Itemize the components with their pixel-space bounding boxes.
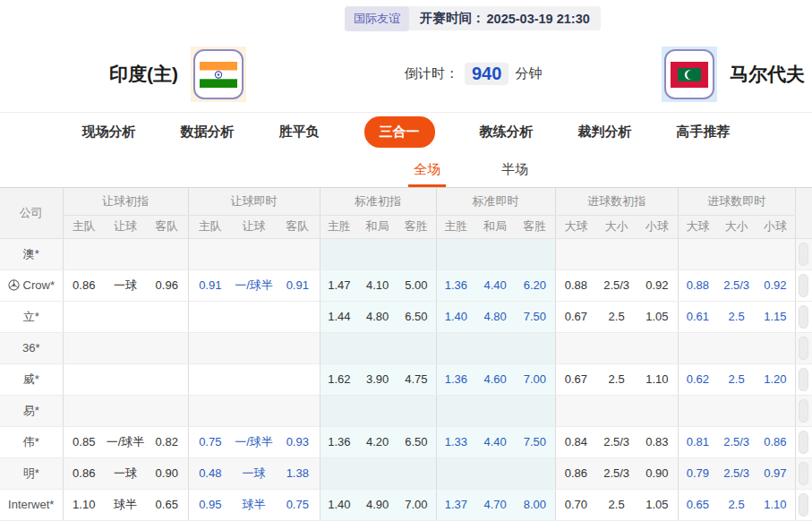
- tab-三合一[interactable]: 三合一: [364, 116, 435, 148]
- column-header-主队: 主队: [63, 215, 105, 238]
- row-action-button[interactable]: [799, 243, 808, 266]
- tab-裁判分析[interactable]: 裁判分析: [578, 124, 632, 141]
- row-action-button[interactable]: [799, 493, 808, 517]
- odds-cell: 1.10: [756, 489, 795, 520]
- odds-cell: 0.81: [678, 426, 717, 457]
- odds-cell: [105, 332, 146, 363]
- soccer-ball-icon: [8, 279, 20, 291]
- odds-cell: [717, 238, 756, 269]
- tab-高手推荐[interactable]: 高手推荐: [677, 124, 731, 141]
- odds-cell: 0.97: [756, 457, 795, 489]
- row-action-button[interactable]: [799, 462, 808, 485]
- odds-cell: 1.62: [320, 363, 358, 395]
- odds-cell: 1.40: [436, 301, 475, 332]
- odds-cell: 6.50: [397, 426, 436, 457]
- odds-cell: 0.96: [146, 269, 188, 301]
- tab-现场分析[interactable]: 现场分析: [82, 124, 136, 141]
- odds-cell: 一球: [232, 457, 276, 489]
- tab-教练分析[interactable]: 教练分析: [480, 124, 534, 141]
- odds-cell: [276, 238, 320, 269]
- odds-cell: 0.62: [678, 363, 717, 395]
- column-header-大小: 大小: [596, 215, 637, 238]
- row-action-button[interactable]: [799, 399, 808, 423]
- odds-cell: [596, 332, 637, 363]
- odds-cell: 0.86: [63, 269, 105, 301]
- odds-cell: 4.70: [475, 489, 515, 520]
- odds-cell: 1.36: [436, 363, 475, 395]
- odds-cell: [515, 457, 555, 489]
- edge-cell: [795, 395, 812, 426]
- edge-cell: [795, 457, 812, 489]
- row-action-button[interactable]: [799, 337, 808, 360]
- row-action-button[interactable]: [799, 431, 808, 454]
- odds-cell: 0.91: [276, 269, 320, 301]
- odds-cell: [276, 363, 320, 395]
- odds-cell: 7.50: [515, 426, 555, 457]
- countdown-unit: 分钟: [515, 65, 542, 82]
- odds-cell: [358, 238, 397, 269]
- odds-cell: 0.88: [555, 269, 596, 301]
- odds-cell: [320, 332, 358, 363]
- column-header-客胜: 客胜: [515, 215, 555, 238]
- odds-comparison-table: 公司让球初指让球即时标准初指标准即时进球数初指进球数即时主队让球客队主队让球客队…: [0, 188, 812, 521]
- tab-数据分析[interactable]: 数据分析: [181, 124, 235, 141]
- odds-cell: 1.20: [756, 363, 795, 395]
- odds-cell: 2.5: [596, 489, 637, 520]
- odds-cell: 0.48: [188, 457, 232, 489]
- odds-cell: [188, 301, 232, 332]
- odds-cell: [188, 238, 232, 269]
- edge-cell: [795, 332, 812, 363]
- away-flag-box: [662, 47, 717, 102]
- period-tab-半场[interactable]: 半场: [499, 151, 531, 187]
- odds-cell: [397, 332, 436, 363]
- tab-胜平负[interactable]: 胜平负: [279, 124, 320, 141]
- countdown: 倒计时： 940 分钟: [405, 63, 542, 85]
- odds-cell: 0.86: [63, 457, 105, 489]
- table-row: 威*1.623.904.751.364.607.000.672.51.100.6…: [0, 363, 812, 395]
- odds-cell: 2.5: [717, 489, 756, 520]
- odds-cell: [637, 395, 678, 426]
- company-name: 明*: [0, 457, 63, 489]
- odds-cell: [320, 238, 358, 269]
- row-action-button[interactable]: [799, 274, 808, 297]
- group-header-标准初指: 标准初指: [320, 188, 436, 215]
- odds-cell: 1.05: [637, 301, 678, 332]
- row-action-button[interactable]: [799, 368, 808, 391]
- edge-cell: [795, 269, 812, 301]
- kickoff-time: 2025-03-19 21:30: [487, 12, 590, 26]
- odds-cell: 0.84: [555, 426, 596, 457]
- row-action-button[interactable]: [799, 305, 808, 329]
- group-header-让球即时: 让球即时: [188, 188, 320, 215]
- odds-cell: [276, 332, 320, 363]
- odds-cell: 0.70: [555, 489, 596, 520]
- odds-cell: [756, 395, 795, 426]
- maldives-flag-icon: [671, 62, 708, 88]
- table-row: 36*: [0, 332, 812, 363]
- odds-cell: 2.5/3: [717, 426, 756, 457]
- odds-cell: [436, 457, 475, 489]
- company-name: 伟*: [0, 426, 63, 457]
- odds-cell: [358, 395, 397, 426]
- edge-cell: [795, 489, 812, 520]
- odds-cell: 0.86: [555, 457, 596, 489]
- odds-cell: [232, 363, 276, 395]
- odds-cell: 0.95: [188, 489, 232, 520]
- odds-cell: [358, 332, 397, 363]
- odds-cell: 1.10: [637, 363, 678, 395]
- odds-cell: [232, 395, 276, 426]
- odds-cell: 1.37: [436, 489, 475, 520]
- odds-cell: [756, 332, 795, 363]
- odds-cell: 4.80: [358, 301, 397, 332]
- odds-cell: [276, 395, 320, 426]
- odds-cell: [717, 332, 756, 363]
- odds-cell: 0.79: [678, 457, 717, 489]
- column-header-小球: 小球: [756, 215, 795, 238]
- odds-cell: [146, 363, 188, 395]
- group-header-进球数即时: 进球数即时: [678, 188, 795, 215]
- odds-cell: [188, 332, 232, 363]
- odds-cell: 0.92: [756, 269, 795, 301]
- edge-cell: [795, 426, 812, 457]
- period-tab-全场[interactable]: 全场: [411, 151, 443, 187]
- odds-cell: [63, 238, 105, 269]
- odds-cell: [146, 332, 188, 363]
